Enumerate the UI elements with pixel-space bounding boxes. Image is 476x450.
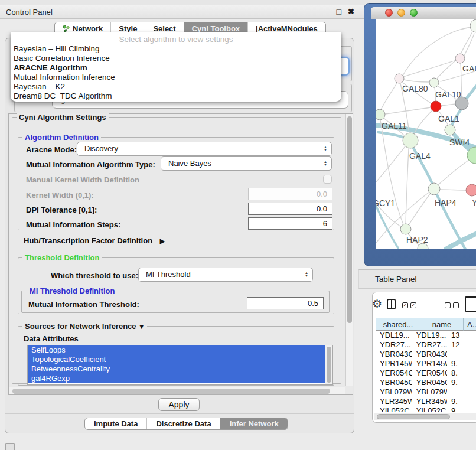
network-node[interactable] [395,74,404,83]
panel-dock-icon[interactable] [5,443,15,450]
tab-label: Cyni Toolbox [192,24,240,33]
algorithm-dropdown-list: Select algorithm to view settings Bayesi… [11,32,341,102]
settings-vertical-scrollbar[interactable] [345,114,353,386]
settings-horizontal-scrollbar[interactable] [9,387,345,394]
table-panel-header: Table Panel [358,269,476,289]
table-row[interactable]: YDL19...YDL19...13 [376,331,476,340]
tab-label: Select [153,24,175,33]
table-cell: YBR043C [412,350,447,359]
table-row[interactable]: YBR043CYBR043C [376,350,476,359]
network-edge[interactable] [441,104,455,106]
algorithm-option-bayesian-k2[interactable]: Bayesian – K2 [11,82,341,92]
column-header-name[interactable]: name [420,318,464,331]
control-panel-titlebar: Control Panel □ ✖ [0,5,365,19]
close-window-button[interactable] [385,9,393,17]
network-canvas[interactable]: GAL2GAL80GAL10GAL1GAL11SWI4GAL4GCY1HAP4Y… [376,19,476,249]
network-edge[interactable] [385,107,431,114]
network-node[interactable] [376,109,385,120]
network-edge[interactable] [446,234,476,249]
column-header-a[interactable]: A... [464,318,476,331]
network-node[interactable] [429,78,439,87]
split-columns-icon[interactable] [387,299,396,309]
table-row[interactable]: YDR27...YDR27...12 [376,340,476,350]
close-panel-icon[interactable]: ✖ [348,7,354,16]
collapse-down-icon[interactable]: ▼ [138,323,145,330]
algorithm-option-mutual-information-inference[interactable]: Mutual Information Inference [11,73,341,82]
aracne-mode-label: Aracne Mode: [26,145,77,154]
table-row[interactable]: YBL079WYBL079W [376,387,476,397]
tab-label: jActiveMNodules [256,24,318,33]
table-cell: YLR345W [376,397,412,406]
table-row[interactable]: YBR045CYBR045C9. [376,378,476,387]
table-cell: 8. [447,369,476,378]
new-table-icon[interactable] [465,296,476,312]
kernel-width-field[interactable]: 0.0 [248,188,332,200]
bottom-tab-discretize-data[interactable]: Discretize Data [146,418,220,429]
network-edge[interactable] [404,80,429,82]
table-row[interactable]: YLR345WYLR345W9. [376,397,476,406]
cyni-algorithm-settings-title: Cyni Algorithm Settings [17,113,109,122]
network-node[interactable] [431,101,441,112]
dpi-tolerance-field[interactable]: 0.0 [248,203,332,215]
network-node[interactable] [400,224,411,234]
table-cell: YBL079W [376,387,412,397]
network-node[interactable] [403,133,418,148]
column-header-shared[interactable]: shared... [376,318,420,331]
mi-steps-field[interactable]: 6 [248,217,332,230]
algorithm-option-aracne-algorithm[interactable]: ARACNE Algorithm [11,63,341,73]
network-node[interactable] [445,125,455,135]
aracne-mode-select[interactable]: Discovery ▲▼ [77,142,332,156]
table-cell [447,387,476,397]
algorithm-option-basic-correlation-inference[interactable]: Basic Correlation Inference [11,54,341,63]
attribute-item-selfloops[interactable]: SelfLoops [28,345,325,355]
expand-right-icon[interactable]: ▶ [160,237,165,244]
zoom-window-button[interactable] [410,9,418,17]
network-edge[interactable] [440,190,466,190]
network-edge[interactable] [406,148,409,224]
algorithm-option-bayesian-hill-climbing[interactable]: Bayesian – Hill Climbing [11,44,341,54]
table-row[interactable]: YER054CYER054C8. [376,369,476,378]
table-row[interactable]: YPR145WYPR145W9. [376,359,476,369]
table-cell: YLR345W [412,397,447,406]
network-edge[interactable] [381,83,397,110]
tab-label: Style [119,24,137,33]
table-header-row: shared...nameA... [376,318,476,331]
gear-icon[interactable]: ⚙ [372,297,382,311]
algorithm-option-dream8-dc-tdc-algorithm[interactable]: Dream8 DC_TDC Algorithm [11,92,341,101]
mi-threshold-field[interactable]: 0.5 [247,297,324,309]
select-all-checkboxes-icon[interactable]: ✓ ✓ [402,302,416,308]
table-cell: YIL052C [376,406,412,412]
sources-group-title[interactable]: Sources for Network Inference ▼ [22,322,147,331]
hub-definition-label[interactable]: Hub/Transcription Factor Definition ▶ [24,236,165,245]
bottom-tab-infer-network[interactable]: Infer Network [220,418,288,429]
table-cell: YPR145W [376,359,412,369]
bottom-tab-impute-data[interactable]: Impute Data [85,418,146,429]
network-node[interactable] [470,19,476,32]
mi-type-select[interactable]: Naive Bayes ▲▼ [161,156,332,171]
minimize-window-button[interactable] [397,9,405,17]
attribute-item-topologicalcoefficient[interactable]: TopologicalCoefficient [28,355,325,364]
network-node[interactable] [455,54,465,63]
table-row[interactable]: YIL052CYIL052C9. [376,406,476,412]
horizontal-scroll-thumb[interactable] [12,389,330,394]
table-cell: YDR27... [376,340,412,350]
manual-kernel-checkbox[interactable] [323,175,332,184]
attribute-item-gal4rgexp[interactable]: gal4RGexp [28,374,325,383]
network-node[interactable] [466,184,476,196]
network-edge[interactable] [376,146,405,187]
attribute-item-betweennesscentrality[interactable]: BetweennessCentrality [28,364,325,374]
network-node[interactable] [428,183,440,195]
vertical-scroll-thumb[interactable] [347,116,352,323]
attributes-scroll-thumb[interactable] [327,347,331,383]
table-cell: YBR045C [376,378,412,387]
network-edge[interactable] [438,160,469,185]
dropdown-hint: Select algorithm to view settings [11,32,341,44]
deselect-all-checkboxes-icon[interactable] [445,302,459,308]
table-cell [447,350,476,359]
which-threshold-select[interactable]: MI Threshold ▲▼ [138,268,313,282]
apply-button[interactable]: Apply [158,398,200,411]
network-edge[interactable] [409,193,431,225]
float-panel-icon[interactable]: □ [337,7,341,17]
table-scroll-thumb[interactable] [377,414,450,419]
data-attributes-list[interactable]: SelfLoopsTopologicalCoefficientBetweenne… [27,345,333,385]
